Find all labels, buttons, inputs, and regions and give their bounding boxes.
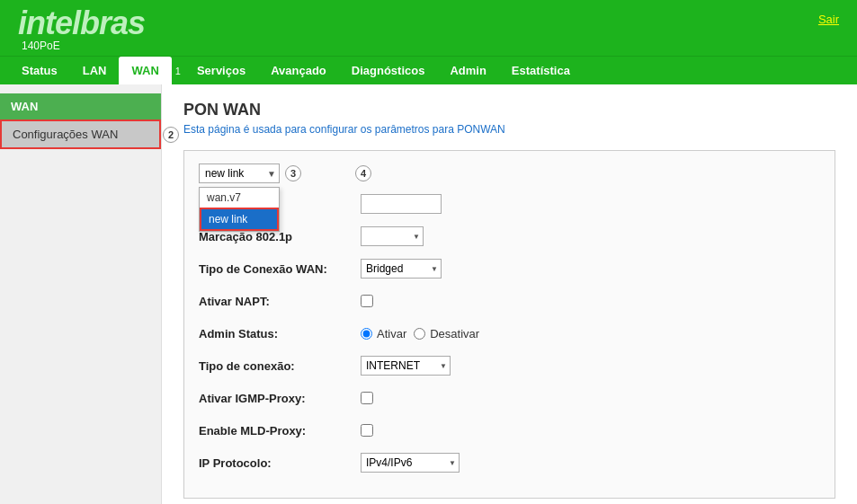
nav-bar: Status LAN WAN 1 Serviços Avançado Diagn…	[0, 56, 857, 84]
form-row-vlan-id: VLAN ID:	[199, 192, 820, 216]
model-label: 140PoE	[22, 40, 145, 52]
form-row-igmp-proxy: Ativar IGMP-Proxy:	[199, 386, 820, 410]
select-wrapper-tipo-conexao: INTERNET OTHER	[361, 356, 451, 376]
link-select[interactable]: wan.v7 new link	[199, 164, 280, 183]
nav-annotation-1: 1	[172, 64, 184, 78]
control-admin-status: Ativar Desativar	[361, 327, 479, 340]
form-row-ativar-napt: Ativar NAPT:	[199, 289, 820, 313]
page-title: PON WAN	[183, 101, 835, 119]
radio-desativar[interactable]	[414, 328, 425, 340]
page-desc: Esta página é usada para configurar os p…	[183, 123, 835, 136]
sidebar: WAN Configurações WAN 2	[0, 84, 162, 504]
radio-label-desativar: Desativar	[414, 327, 479, 340]
label-igmp-proxy: Ativar IGMP-Proxy:	[199, 392, 361, 405]
form-row-ip-protocolo: IP Protocolo: IPv4/IPv6 IPv4 IPv6	[199, 451, 820, 474]
select-wrapper-marcacao	[361, 226, 424, 246]
label-ativar-napt: Ativar NAPT:	[199, 295, 361, 308]
logo-intel: intel	[18, 4, 80, 41]
nav-item-avancado[interactable]: Avançado	[258, 57, 339, 84]
nav-item-diagnosticos[interactable]: Diagnósticos	[339, 57, 438, 84]
dropdown-popup: wan.v7 new link	[199, 187, 280, 232]
radio-ativar[interactable]	[361, 328, 372, 340]
label-ip-protocolo: IP Protocolo:	[199, 456, 361, 470]
form-row-tipo-conexao-wan: Tipo de Conexão WAN: Bridged PPPoE DHCP …	[199, 257, 820, 280]
select-wrapper-tipo-conexao-wan: Bridged PPPoE DHCP Static	[361, 259, 442, 279]
control-tipo-conexao: INTERNET OTHER	[361, 356, 451, 376]
nav-item-admin[interactable]: Admin	[437, 57, 498, 84]
input-vlan-id[interactable]	[361, 194, 442, 214]
nav-item-lan[interactable]: LAN	[70, 57, 120, 84]
logo: intelbras	[18, 7, 145, 40]
checkbox-ativar-napt[interactable]	[361, 295, 373, 307]
dropdown-option-newlink[interactable]: new link	[200, 208, 279, 231]
dropdown-annotation-3: 3	[285, 165, 301, 181]
dropdown-option-wanv7[interactable]: wan.v7	[200, 188, 279, 208]
label-admin-status: Admin Status:	[199, 327, 361, 340]
select-wrapper-ip-protocolo: IPv4/IPv6 IPv4 IPv6	[361, 453, 460, 473]
control-vlan-id	[361, 194, 442, 214]
sidebar-item-configuracoes-wan[interactable]: Configurações WAN 2	[0, 119, 161, 149]
new-link-annotation-4: 4	[355, 165, 371, 181]
header: intelbras 140PoE Sair	[0, 0, 857, 56]
label-tipo-conexao: Tipo de conexão:	[199, 359, 361, 373]
control-marcacao	[361, 226, 424, 246]
form-area: wan.v7 new link ▼ wan.v7 new link 3 4 VL…	[183, 150, 835, 499]
logo-bras: bras	[80, 4, 145, 41]
link-dropdown-wrapper: wan.v7 new link ▼ wan.v7 new link	[199, 164, 280, 183]
select-ip-protocolo[interactable]: IPv4/IPv6 IPv4 IPv6	[361, 453, 460, 473]
control-ativar-napt	[361, 295, 373, 307]
nav-item-servicos[interactable]: Serviços	[184, 57, 258, 84]
logo-area: intelbras 140PoE	[18, 7, 145, 52]
form-row-mld-proxy: Enable MLD-Proxy:	[199, 419, 820, 442]
main-content: PON WAN Esta página é usada para configu…	[162, 84, 857, 504]
form-row-tipo-conexao: Tipo de conexão: INTERNET OTHER	[199, 354, 820, 377]
dropdown-row: wan.v7 new link ▼ wan.v7 new link 3 4	[199, 164, 820, 183]
form-row-marcacao: Marcação 802.1p	[199, 225, 820, 248]
select-marcacao[interactable]	[361, 226, 424, 246]
sidebar-annotation-2: 2	[163, 127, 179, 143]
nav-item-wan[interactable]: WAN	[119, 57, 171, 84]
sidebar-section-wan: WAN	[0, 93, 161, 119]
radio-label-ativar: Ativar	[361, 327, 406, 340]
nav-item-estatistica[interactable]: Estatística	[499, 57, 583, 84]
label-mld-proxy: Enable MLD-Proxy:	[199, 424, 361, 438]
nav-item-status[interactable]: Status	[9, 57, 70, 84]
control-ip-protocolo: IPv4/IPv6 IPv4 IPv6	[361, 453, 460, 473]
select-tipo-conexao-wan[interactable]: Bridged PPPoE DHCP Static	[361, 259, 442, 279]
label-tipo-conexao-wan: Tipo de Conexão WAN:	[199, 262, 361, 276]
page-desc-link[interactable]: PONWAN	[457, 123, 505, 136]
checkbox-mld-proxy[interactable]	[361, 424, 373, 437]
checkbox-igmp-proxy[interactable]	[361, 392, 373, 404]
control-tipo-conexao-wan: Bridged PPPoE DHCP Static	[361, 259, 442, 279]
body-layout: WAN Configurações WAN 2 PON WAN Esta pág…	[0, 84, 857, 504]
sair-link[interactable]: Sair	[818, 13, 839, 26]
form-row-admin-status: Admin Status: Ativar Desativar	[199, 322, 820, 345]
control-mld-proxy	[361, 424, 373, 437]
select-tipo-conexao[interactable]: INTERNET OTHER	[361, 356, 451, 376]
control-igmp-proxy	[361, 392, 373, 404]
